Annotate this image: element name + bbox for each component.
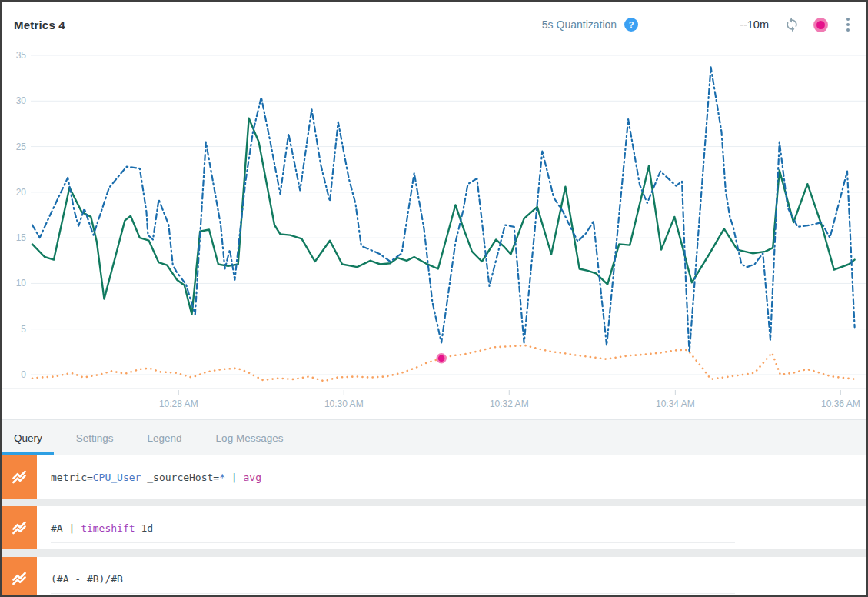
svg-text:0: 0 <box>21 369 26 380</box>
metrics-query-icon[interactable] <box>2 506 37 549</box>
query-token: (#A - #B)/#B <box>51 573 123 585</box>
series-c-line <box>32 345 856 381</box>
svg-text:20: 20 <box>16 187 27 198</box>
kebab-menu-icon[interactable] <box>845 16 851 33</box>
query-row[interactable]: (#A - #B)/#B <box>2 557 866 597</box>
time-series-chart: 0510152025303510:28 AM10:30 AM10:32 AM10… <box>2 48 868 419</box>
svg-text:10:32 AM: 10:32 AM <box>490 399 529 409</box>
query-input[interactable]: (#A - #B)/#B <box>37 557 123 597</box>
zigzag-chart-icon <box>9 518 29 538</box>
live-mode-indicator[interactable] <box>813 18 828 32</box>
query-token: | <box>225 472 243 483</box>
time-range-label[interactable]: --10m <box>740 18 769 31</box>
series-b-line <box>32 67 855 352</box>
panel-header: Metrics 4 5s Quantization ? --10m <box>2 2 866 48</box>
svg-text:30: 30 <box>16 95 27 106</box>
query-token: timeshift <box>81 522 135 534</box>
refresh-button[interactable] <box>784 17 800 32</box>
highlighted-data-point <box>437 354 446 362</box>
tab-settings[interactable]: Settings <box>76 432 114 444</box>
chart-plot[interactable]: 0510152025303510:28 AM10:30 AM10:32 AM10… <box>2 48 866 419</box>
svg-text:10:34 AM: 10:34 AM <box>656 399 695 409</box>
svg-text:25: 25 <box>16 142 27 152</box>
tab-log-messages[interactable]: Log Messages <box>216 432 284 444</box>
query-input-underline <box>51 542 735 543</box>
query-token: #A | <box>51 522 81 534</box>
svg-text:10:28 AM: 10:28 AM <box>159 399 198 409</box>
query-token: avg <box>243 472 261 483</box>
query-token: metric= <box>51 472 93 483</box>
svg-text:15: 15 <box>16 232 27 243</box>
x-axis-labels: 10:28 AM10:30 AM10:32 AM10:34 AM10:36 AM <box>159 390 860 409</box>
query-input-underline <box>51 492 735 492</box>
metrics-query-icon[interactable] <box>2 455 37 499</box>
tab-bar: Query Settings Legend Log Messages <box>2 419 866 455</box>
quantization-label: 5s Quantization <box>542 18 617 31</box>
query-token: CPU_User <box>93 472 141 483</box>
metrics-query-icon[interactable] <box>2 557 37 597</box>
svg-text:35: 35 <box>16 50 27 61</box>
refresh-icon <box>784 17 800 32</box>
tab-query[interactable]: Query <box>14 432 42 444</box>
svg-text:10:30 AM: 10:30 AM <box>324 399 364 409</box>
help-icon[interactable]: ? <box>624 18 638 32</box>
zigzag-chart-icon <box>9 467 29 487</box>
svg-text:10:36 AM: 10:36 AM <box>821 399 860 409</box>
tab-legend[interactable]: Legend <box>148 432 182 444</box>
query-row[interactable]: #A | timeshift 1d <box>2 506 866 549</box>
svg-text:10: 10 <box>16 278 27 288</box>
query-token: _sourceHost= <box>141 472 219 483</box>
zigzag-chart-icon <box>9 569 29 589</box>
query-rows: metric=CPU_User _sourceHost=* | avg #A |… <box>2 455 866 597</box>
panel-title: Metrics 4 <box>14 18 65 32</box>
query-token: * <box>219 472 225 483</box>
query-input-underline <box>51 593 735 594</box>
svg-text:5: 5 <box>21 324 26 335</box>
query-token: 1d <box>135 522 153 534</box>
metrics-panel: Metrics 4 5s Quantization ? --10m 051015… <box>0 0 868 597</box>
query-row[interactable]: metric=CPU_User _sourceHost=* | avg <box>2 455 866 499</box>
y-axis-labels: 05101520253035 <box>16 50 27 380</box>
